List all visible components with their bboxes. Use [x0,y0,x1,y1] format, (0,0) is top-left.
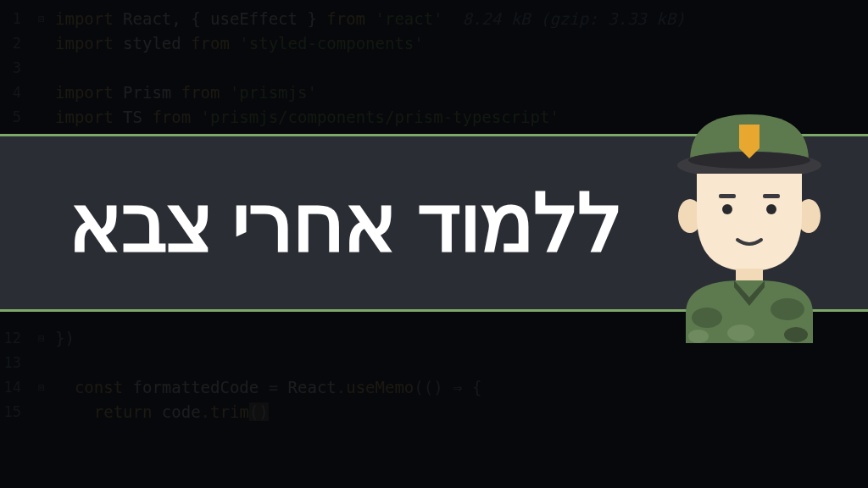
banner-title: ללמוד אחרי צבא [69,176,621,269]
soldier-icon [656,80,843,343]
svg-point-14 [784,327,808,342]
svg-rect-8 [719,194,736,198]
svg-point-11 [692,308,722,328]
svg-point-13 [771,298,804,320]
svg-point-6 [722,204,732,214]
svg-point-12 [727,324,754,341]
svg-rect-9 [763,194,780,198]
svg-point-15 [688,330,709,343]
svg-point-7 [766,204,776,214]
svg-rect-2 [739,125,760,148]
